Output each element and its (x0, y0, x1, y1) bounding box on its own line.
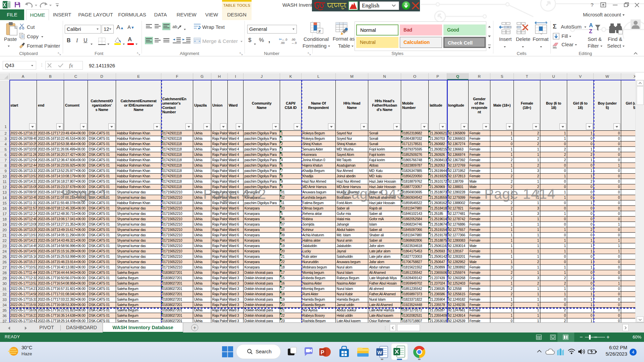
svg-text:.00: .00 (280, 41, 285, 44)
svg-text:P: P (321, 350, 324, 355)
svg-text:→.0: →.0 (291, 41, 297, 44)
svg-text:Z: Z (589, 28, 592, 34)
svg-text:≠: ≠ (318, 28, 321, 34)
svg-text:←.0: ←.0 (282, 38, 287, 41)
svg-text:W: W (377, 350, 382, 355)
svg-text:A: A (589, 22, 593, 28)
svg-text:.00: .00 (291, 38, 296, 41)
svg-text:ab: ab (172, 24, 177, 29)
svg-text:fx: fx (69, 63, 73, 68)
svg-text:?: ? (591, 2, 593, 8)
